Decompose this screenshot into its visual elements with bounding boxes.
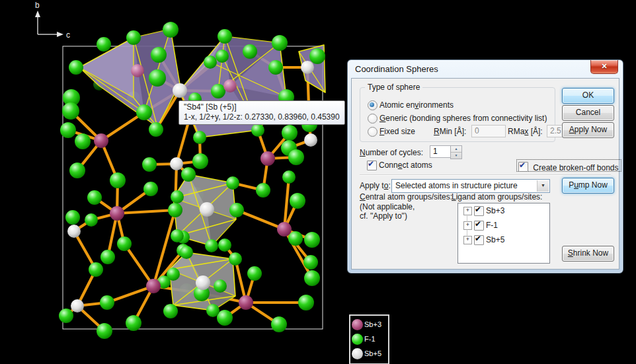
atom-F-1[interactable] (214, 279, 227, 293)
tree-item-f1[interactable]: + ✔ F-1 (458, 218, 549, 233)
atom-F-1[interactable] (97, 37, 111, 52)
atom-F-1[interactable] (149, 122, 163, 137)
atom-Sb+3[interactable] (146, 279, 161, 293)
atom-F-1[interactable] (59, 309, 73, 323)
atom-Sb+3[interactable] (277, 222, 292, 237)
atom-F-1[interactable] (251, 124, 264, 137)
atom-Sb+5[interactable] (301, 61, 314, 74)
atom-F-1[interactable] (298, 295, 314, 310)
atom-F-1[interactable] (282, 170, 296, 184)
dialog-titlebar[interactable]: Coordination Spheres ✕ (348, 60, 623, 78)
atom-F-1[interactable] (226, 176, 239, 190)
atom-F-1[interactable] (218, 29, 232, 44)
atom-Sb+5[interactable] (200, 202, 214, 217)
number-of-cycles-field[interactable]: 1 (430, 145, 453, 158)
atom-F-1[interactable] (256, 183, 270, 198)
atom-F-1[interactable] (117, 237, 132, 251)
cycles-spinner[interactable]: ▲ ▼ (450, 145, 462, 159)
atom-F-1[interactable] (229, 203, 244, 217)
connect-atoms-checkbox[interactable]: ✔ (367, 161, 377, 170)
atom-F-1[interactable] (171, 229, 184, 242)
atom-F-1[interactable] (65, 210, 80, 225)
atom-F-1[interactable] (205, 239, 218, 252)
atom-F-1[interactable] (69, 60, 83, 75)
atom-F-1[interactable] (272, 35, 288, 51)
atom-Sb+3[interactable] (131, 64, 144, 77)
atom-F-1[interactable] (288, 149, 304, 165)
chevron-down-icon[interactable]: ▼ (537, 180, 549, 192)
atom-F-1[interactable] (288, 231, 303, 246)
atom-F-1[interactable] (163, 22, 179, 38)
cancel-button[interactable]: Cancel (562, 105, 614, 121)
atom-F-1[interactable] (100, 250, 115, 264)
atom-F-1[interactable] (110, 172, 126, 188)
atom-F-1[interactable] (168, 203, 182, 217)
atom-F-1[interactable] (75, 133, 91, 149)
atom-Sb+5[interactable] (67, 225, 81, 238)
atom-F-1[interactable] (126, 315, 141, 331)
ok-button[interactable]: OK (562, 88, 614, 104)
atom-F-1[interactable] (193, 131, 206, 144)
atom-F-1[interactable] (149, 69, 166, 87)
atom-F-1[interactable] (89, 262, 103, 277)
atom-Sb+5[interactable] (173, 83, 187, 98)
atom-F-1[interactable] (192, 153, 208, 169)
ligand-atom-groups-list[interactable]: + ✔ Sb+3 + ✔ F-1 + ✔ Sb+5 (457, 203, 550, 264)
atom-F-1[interactable] (100, 295, 114, 310)
radio-fixed-size[interactable] (368, 127, 378, 137)
spinner-up-icon[interactable]: ▲ (451, 146, 461, 153)
atom-F-1[interactable] (60, 122, 76, 138)
atom-F-1[interactable] (243, 44, 257, 59)
atom-F-1[interactable] (142, 157, 157, 172)
atom-F-1[interactable] (62, 102, 79, 120)
pump-now-button[interactable]: Pump Now (562, 178, 614, 194)
atom-Sb+3[interactable] (110, 206, 124, 221)
atom-F-1[interactable] (206, 304, 219, 317)
atom-F-1[interactable] (216, 50, 229, 63)
atom-F-1[interactable] (181, 167, 196, 182)
atom-F-1[interactable] (282, 125, 298, 141)
atom-F-1[interactable] (218, 238, 231, 252)
atom-F-1[interactable] (126, 30, 141, 45)
tree-item-sb3[interactable]: + ✔ Sb+3 (458, 203, 549, 218)
atom-F-1[interactable] (143, 182, 158, 196)
atom-F-1[interactable] (309, 48, 325, 64)
apply-to-dropdown[interactable]: Selected atoms in structure picture ▼ (391, 179, 550, 193)
atom-F-1[interactable] (229, 252, 242, 266)
radio-atomic-environments[interactable] (368, 100, 378, 110)
create-broken-off-bonds-checkbox[interactable]: ✔ (518, 162, 528, 172)
rmin-field[interactable]: 0 (471, 125, 506, 137)
atom-F-1[interactable] (304, 270, 320, 286)
atom-Sb+5[interactable] (170, 157, 183, 170)
atom-F-1[interactable] (69, 163, 85, 178)
atom-F-1[interactable] (290, 193, 305, 209)
shrink-now-button[interactable]: Shrink Now (562, 246, 614, 262)
atom-Sb+3[interactable] (239, 295, 253, 310)
spinner-down-icon[interactable]: ▼ (451, 153, 461, 159)
atom-F-1[interactable] (180, 246, 193, 259)
atom-F-1[interactable] (136, 104, 152, 120)
atom-F-1[interactable] (85, 213, 98, 227)
expand-icon[interactable]: + (463, 207, 472, 215)
atom-Sb+3[interactable] (260, 151, 275, 166)
atom-F-1[interactable] (151, 47, 167, 63)
atom-Sb+5[interactable] (196, 275, 210, 290)
close-button[interactable]: ✕ (590, 60, 618, 74)
atom-F-1[interactable] (163, 304, 178, 318)
atom-F-1[interactable] (303, 255, 318, 270)
apply-now-button[interactable]: Apply Now (562, 122, 614, 138)
tree-checkbox-sb5[interactable]: ✔ (474, 235, 484, 245)
atom-F-1[interactable] (304, 232, 320, 248)
atom-F-1[interactable] (211, 84, 225, 98)
atom-F-1[interactable] (87, 190, 102, 205)
atom-F-1[interactable] (247, 266, 262, 281)
atom-Sb+5[interactable] (304, 133, 317, 147)
atom-F-1[interactable] (97, 323, 112, 339)
atom-F-1[interactable] (171, 190, 184, 203)
create-broken-off-bonds-option[interactable]: ✔ Create broken-off bonds (516, 159, 621, 172)
atom-F-1[interactable] (271, 316, 287, 332)
atom-F-1[interactable] (204, 55, 217, 69)
expand-icon[interactable]: + (463, 236, 472, 244)
atom-Sb+3[interactable] (94, 133, 108, 148)
tree-item-sb5[interactable]: + ✔ Sb+5 (458, 233, 549, 247)
